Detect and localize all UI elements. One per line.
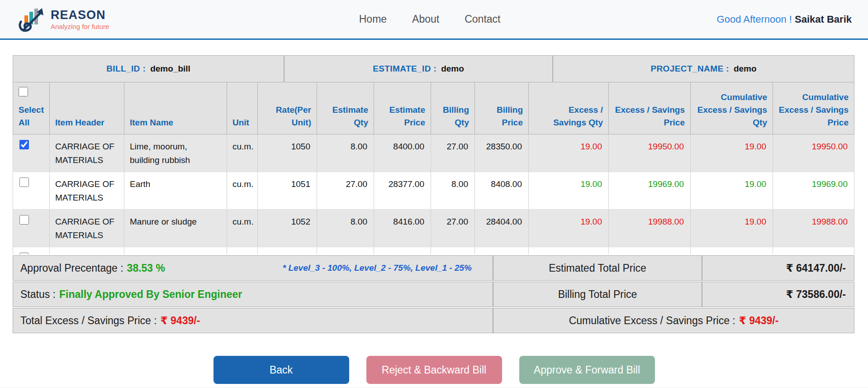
column-estimate-price: Estimate Price (374, 82, 431, 134)
billing-total-label: Billing Total Price (493, 282, 702, 307)
cell-cumulative-qty: 19.00 (691, 210, 773, 247)
estimate-id-value: demo (441, 64, 464, 74)
cell-billing-price: 28404.00 (475, 210, 529, 247)
cell-excess-savings-price: 19950.00 (609, 134, 691, 172)
column-rate: Rate(Per Unit) (258, 82, 317, 134)
table-row: CARRIAGE OF MATERIALS Excavated rock, ha… (13, 247, 854, 254)
row-checkbox[interactable] (19, 177, 29, 187)
table-row: CARRIAGE OF MATERIALS Manure or sludge c… (13, 210, 854, 247)
levels-note: * Level_3 - 100%, Level_2 - 75%, Level_1… (283, 263, 472, 273)
cell-item-header: CARRIAGE OF MATERIALS (50, 172, 124, 210)
estimate-id-cell: ESTIMATE_ID : demo (284, 55, 553, 82)
cell-item-name: Excavated rock, hard half (124, 247, 227, 254)
summary-row-approval: Approval Precentage : 38.53 % * Level_3 … (13, 255, 854, 281)
cell-item-name: Earth (124, 172, 227, 210)
approval-percentage-cell: Approval Precentage : 38.53 % * Level_3 … (13, 255, 493, 281)
column-select-all: Select All (13, 82, 50, 134)
billing-total-value: ₹ 73586.00/- (702, 282, 854, 307)
cell-rate: 1051 (258, 172, 317, 210)
cell-unit: cu.m. (227, 210, 258, 247)
cell-cumulative-price: 19950.00 (773, 134, 854, 172)
column-cumulative-excess-qty: Cumulative Excess / Savings Qty (691, 82, 773, 134)
cell-excess-savings-qty: 19.00 (529, 247, 609, 254)
cell-billing-qty: 27.00 (431, 134, 475, 172)
cell-cumulative-price: 19500.00 (773, 247, 854, 254)
approve-forward-bill-button[interactable]: Approve & Forward Bill (519, 356, 655, 384)
action-buttons: Back Reject & Backward Bill Approve & Fo… (0, 356, 868, 384)
column-label: Select All (19, 104, 44, 129)
status-value: Finally Approved By Senior Engineer (59, 288, 242, 301)
bill-table: BILL_ID : demo_bill ESTIMATE_ID : demo P… (13, 55, 854, 333)
project-name-label: PROJECT_NAME : (650, 64, 729, 74)
estimate-id-label: ESTIMATE_ID : (373, 64, 436, 74)
cell-excess-savings-price: 19988.00 (609, 210, 691, 247)
bill-id-label: BILL_ID : (106, 64, 146, 74)
brand-tagline: Analyzing for future (51, 23, 109, 30)
cell-rate: 1050 (258, 134, 317, 172)
cell-unit: cu.m. (227, 172, 258, 210)
bill-id-value: demo_bill (150, 64, 190, 74)
status-cell: Status : Finally Approved By Senior Engi… (13, 282, 493, 307)
column-item-header: Item Header (50, 82, 124, 134)
cell-excess-savings-price: 19500.00 (609, 247, 691, 254)
brand-name: REASON (51, 8, 109, 22)
cell-item-name: Lime, moorum, building rubbish (124, 134, 227, 172)
project-name-cell: PROJECT_NAME : demo (553, 55, 854, 82)
cell-select (13, 172, 50, 210)
project-name-value: demo (734, 64, 757, 74)
table-row: CARRIAGE OF MATERIALS Lime, moorum, buil… (13, 134, 854, 172)
cell-select (13, 210, 50, 247)
cell-estimate-price: 28377.00 (374, 172, 431, 210)
row-checkbox[interactable] (19, 140, 29, 149)
cell-unit: cu.m. (227, 134, 258, 172)
cell-estimate-qty: 27.00 (317, 172, 374, 210)
total-excess-value: ₹ 9439/- (161, 315, 200, 327)
cell-rate: 1053 (258, 247, 317, 254)
total-excess-label: Total Excess / Savings Price : (20, 315, 157, 327)
bill-identity-row: BILL_ID : demo_bill ESTIMATE_ID : demo P… (13, 55, 854, 82)
brand-logo[interactable]: REASON Analyzing for future (16, 6, 109, 33)
summary-row-status: Status : Finally Approved By Senior Engi… (13, 282, 854, 307)
row-checkbox[interactable] (19, 253, 29, 254)
cell-select (13, 134, 50, 172)
column-estimate-qty: Estimate Qty (317, 82, 374, 134)
approval-label: Approval Precentage : (20, 262, 123, 274)
cell-billing-price: 9494.00 (475, 247, 529, 254)
column-billing-qty: Billing Qty (431, 82, 475, 134)
column-excess-savings-qty: Excess / Savings Qty (529, 82, 609, 134)
nav-home[interactable]: Home (359, 13, 387, 25)
nav-about[interactable]: About (412, 13, 439, 25)
summary-row-excess: Total Excess / Savings Price : ₹ 9439/- … (13, 308, 854, 333)
nav-contact[interactable]: Contact (465, 13, 500, 25)
cell-estimate-price: 8400.00 (374, 134, 431, 172)
total-excess-cell: Total Excess / Savings Price : ₹ 9439/- (13, 308, 493, 333)
cell-estimate-qty: 10.00 (317, 247, 374, 254)
cell-select (13, 247, 50, 254)
cell-cumulative-qty: 19.00 (691, 247, 773, 254)
cell-rate: 1052 (258, 210, 317, 247)
cell-billing-price: 28350.00 (475, 134, 529, 172)
cumulative-excess-label: Cumulative Excess / Savings Price : (569, 315, 735, 327)
user-greeting: Good Afternoon ! Saikat Barik (717, 14, 852, 25)
main-nav: Home About Contact (359, 13, 501, 25)
select-all-checkbox[interactable] (19, 87, 28, 96)
cell-excess-savings-qty: 19.00 (529, 134, 609, 172)
column-cumulative-excess-price: Cumulative Excess / Savings Price (773, 82, 854, 134)
row-checkbox[interactable] (19, 215, 29, 225)
bill-id-cell: BILL_ID : demo_bill (13, 55, 284, 82)
cell-cumulative-price: 19969.00 (773, 172, 854, 210)
table-header-row: Select All Item Header Item Name Unit Ra… (13, 82, 854, 134)
column-item-name: Item Name (124, 82, 227, 134)
cell-cumulative-price: 19988.00 (773, 210, 854, 247)
cell-billing-qty: 27.00 (431, 210, 475, 247)
reject-backward-bill-button[interactable]: Reject & Backward Bill (366, 356, 502, 384)
cell-unit: cu.m. (227, 247, 258, 254)
cell-estimate-qty: 8.00 (317, 210, 374, 247)
cell-excess-savings-qty: 19.00 (529, 172, 609, 210)
cell-item-header: CARRIAGE OF MATERIALS (50, 247, 124, 254)
cell-estimate-qty: 8.00 (317, 134, 374, 172)
brand-logo-icon (16, 6, 46, 33)
column-billing-price: Billing Price (475, 82, 529, 134)
back-button[interactable]: Back (213, 356, 349, 384)
table-rows[interactable]: CARRIAGE OF MATERIALS Lime, moorum, buil… (13, 134, 854, 254)
